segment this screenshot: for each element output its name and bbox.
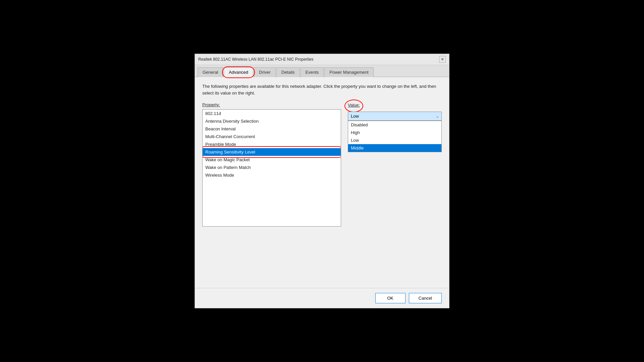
close-button[interactable]: ✕: [439, 56, 446, 63]
property-item-multi-channel[interactable]: Multi-Channel Concurrent: [203, 133, 341, 140]
title-bar: Realtek 802.11AC Wireless LAN 802.11ac P…: [195, 54, 449, 65]
property-item-802-11d[interactable]: 802.11d: [203, 110, 341, 117]
value-label-wrapper: Value:: [348, 102, 360, 110]
dropdown-item-disabled[interactable]: Disabled: [348, 121, 441, 129]
tab-power-management[interactable]: Power Management: [324, 67, 373, 77]
dropdown-list[interactable]: DisabledHighLowMiddle: [348, 121, 442, 152]
dialog-footer: OK Cancel: [195, 288, 449, 308]
tab-advanced[interactable]: Advanced: [224, 67, 253, 77]
dialog-title: Realtek 802.11AC Wireless LAN 802.11ac P…: [198, 57, 313, 62]
value-dropdown-container: Low ⌄: [348, 112, 442, 121]
dropdown-item-middle[interactable]: Middle: [348, 144, 441, 152]
value-label: Value:: [348, 103, 360, 108]
property-label: Property:: [202, 102, 341, 107]
value-select-display[interactable]: Low: [348, 112, 442, 121]
property-value-area: Property: 802.11dAntenna Diversity Selec…: [202, 102, 442, 227]
tab-bar: GeneralAdvancedDriverDetailsEventsPower …: [195, 65, 449, 77]
properties-dialog: Realtek 802.11AC Wireless LAN 802.11ac P…: [195, 54, 449, 308]
value-section: Value: Low ⌄ DisabledHighLowMiddle: [348, 102, 442, 152]
property-item-antenna-diversity[interactable]: Antenna Diversity Selection: [203, 117, 341, 125]
tab-general[interactable]: General: [198, 67, 223, 77]
tab-content: The following properties are available f…: [195, 77, 449, 288]
dropdown-item-high[interactable]: High: [348, 129, 441, 136]
property-item-roaming-sensitivity[interactable]: Roaming Sensitivity Level: [203, 148, 341, 156]
tab-driver[interactable]: Driver: [254, 67, 276, 77]
property-item-preamble-mode[interactable]: Preamble Mode: [203, 140, 341, 148]
description-text: The following properties are available f…: [202, 83, 442, 96]
cancel-button[interactable]: Cancel: [409, 293, 442, 303]
property-list[interactable]: 802.11dAntenna Diversity SelectionBeacon…: [202, 109, 341, 227]
dropdown-item-low[interactable]: Low: [348, 136, 441, 144]
property-item-beacon-interval[interactable]: Beacon Interval: [203, 125, 341, 133]
property-item-wake-magic[interactable]: Wake on Magic Packet: [203, 156, 341, 164]
property-item-wireless-mode[interactable]: Wireless Mode: [203, 171, 341, 179]
property-section: Property: 802.11dAntenna Diversity Selec…: [202, 102, 341, 227]
tab-details[interactable]: Details: [276, 67, 300, 77]
ok-button[interactable]: OK: [375, 293, 406, 303]
property-item-wake-pattern[interactable]: Wake on Pattern Match: [203, 164, 341, 171]
tab-events[interactable]: Events: [301, 67, 324, 77]
